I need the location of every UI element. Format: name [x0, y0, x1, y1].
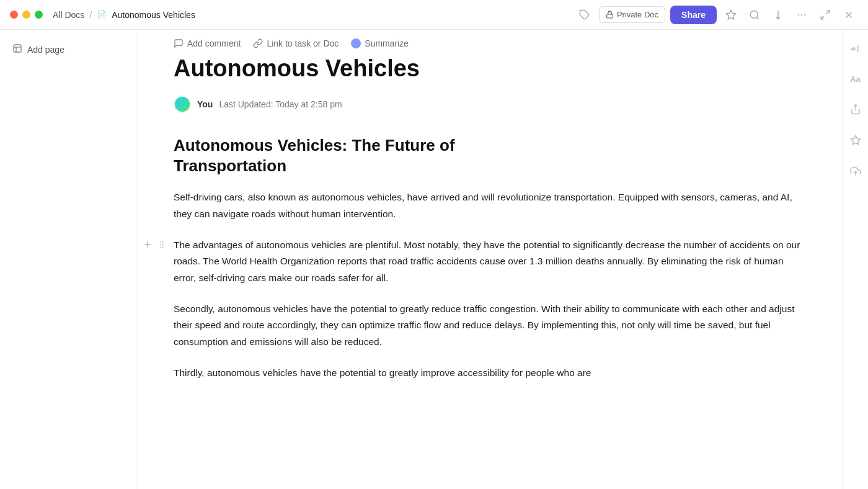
paragraph-2[interactable]: The advantages of autonomous vehicles ar… — [174, 237, 805, 286]
add-page-icon — [12, 43, 22, 56]
last-updated: Last Updated: Today at 2:58 pm — [219, 99, 342, 109]
link-task-label: Link to task or Doc — [267, 38, 339, 48]
window-close-button[interactable] — [10, 11, 18, 19]
svg-point-21 — [162, 241, 164, 243]
avatar — [174, 96, 191, 113]
paragraph-4[interactable]: Thirdly, autonomous vehicles have the po… — [174, 365, 805, 381]
window-maximize-button[interactable] — [35, 11, 43, 19]
svg-rect-13 — [14, 45, 21, 52]
paragraph-4-text: Thirdly, autonomous vehicles have the po… — [174, 367, 591, 378]
add-page-label: Add page — [27, 45, 64, 55]
paragraph-1[interactable]: Self-driving cars, also known as autonom… — [174, 189, 805, 222]
block-controls — [141, 238, 167, 251]
window-minimize-button[interactable] — [22, 11, 30, 19]
font-size-button[interactable]: Aa — [846, 71, 864, 87]
layout: Add page Add comment Link to task or Doc… — [0, 30, 868, 489]
add-page-button[interactable]: Add page — [7, 40, 128, 60]
left-sidebar: Add page — [0, 30, 136, 489]
svg-marker-2 — [727, 10, 736, 19]
share-right-button[interactable] — [846, 100, 865, 119]
svg-point-18 — [160, 241, 161, 243]
link-task-item[interactable]: Link to task or Doc — [253, 38, 339, 48]
svg-point-23 — [162, 246, 164, 248]
svg-point-8 — [804, 14, 805, 15]
breadcrumb-separator: / — [89, 10, 92, 20]
svg-line-10 — [821, 16, 824, 19]
block-add-button[interactable] — [141, 238, 154, 251]
paragraph-2-text: The advantages of autonomous vehicles ar… — [174, 240, 800, 283]
block-drag-button[interactable] — [156, 239, 167, 250]
paragraph-1-text: Self-driving cars, also known as autonom… — [174, 192, 792, 218]
share-button[interactable]: Share — [670, 6, 717, 24]
summarize-label: Summarize — [365, 38, 409, 48]
svg-marker-26 — [851, 136, 860, 145]
more-options-button[interactable] — [792, 6, 811, 24]
document-title[interactable]: Autonomous Vehicles — [174, 55, 805, 83]
close-button[interactable] — [839, 6, 858, 24]
tag-icon-button[interactable] — [575, 6, 594, 24]
private-doc-badge[interactable]: Private Doc — [599, 6, 665, 23]
collapse-left-button[interactable] — [846, 40, 865, 58]
author-name: You — [197, 99, 213, 109]
titlebar-right: Private Doc Share — [575, 6, 858, 24]
svg-point-22 — [162, 244, 164, 245]
svg-line-9 — [826, 11, 830, 14]
summarize-icon — [351, 38, 361, 48]
svg-point-7 — [801, 14, 802, 15]
article-heading-line2: Transportation — [174, 156, 286, 175]
expand-button[interactable] — [816, 6, 835, 24]
svg-point-20 — [160, 246, 161, 248]
magic-button[interactable] — [846, 131, 865, 150]
search-button[interactable] — [745, 6, 764, 24]
upload-button[interactable] — [846, 162, 865, 181]
add-comment-item[interactable]: Add comment — [174, 38, 241, 48]
svg-rect-1 — [607, 14, 613, 18]
main-content: Add comment Link to task or Doc Summariz… — [136, 30, 842, 489]
svg-point-6 — [798, 14, 799, 15]
svg-point-3 — [750, 11, 758, 18]
svg-line-4 — [756, 17, 758, 19]
svg-point-19 — [160, 244, 161, 245]
article-heading: Autonomous Vehicles: The Future of Trans… — [174, 135, 805, 177]
summarize-item[interactable]: Summarize — [351, 38, 409, 48]
breadcrumb: All Docs / 📄 Autonomous Vehicles — [53, 10, 195, 20]
private-doc-label: Private Doc — [617, 10, 658, 19]
breadcrumb-doc-title[interactable]: Autonomous Vehicles — [112, 10, 195, 20]
article-heading-line1: Autonomous Vehicles: The Future of — [174, 136, 455, 155]
toolbar-strip: Add comment Link to task or Doc Summariz… — [136, 30, 842, 55]
right-sidebar: Aa — [842, 30, 868, 489]
export-button[interactable] — [769, 6, 787, 24]
document-area: Autonomous Vehicles You Last Updated: To… — [136, 55, 842, 381]
titlebar: All Docs / 📄 Autonomous Vehicles Private… — [0, 0, 868, 30]
window-controls — [10, 11, 43, 19]
paragraph-3-text: Secondly, autonomous vehicles have the p… — [174, 303, 794, 347]
add-comment-label: Add comment — [187, 38, 241, 48]
star-button[interactable] — [722, 6, 740, 24]
doc-icon: 📄 — [97, 10, 107, 19]
meta-row: You Last Updated: Today at 2:58 pm — [174, 96, 805, 113]
breadcrumb-all-docs[interactable]: All Docs — [53, 10, 84, 20]
paragraph-3[interactable]: Secondly, autonomous vehicles have the p… — [174, 301, 805, 350]
